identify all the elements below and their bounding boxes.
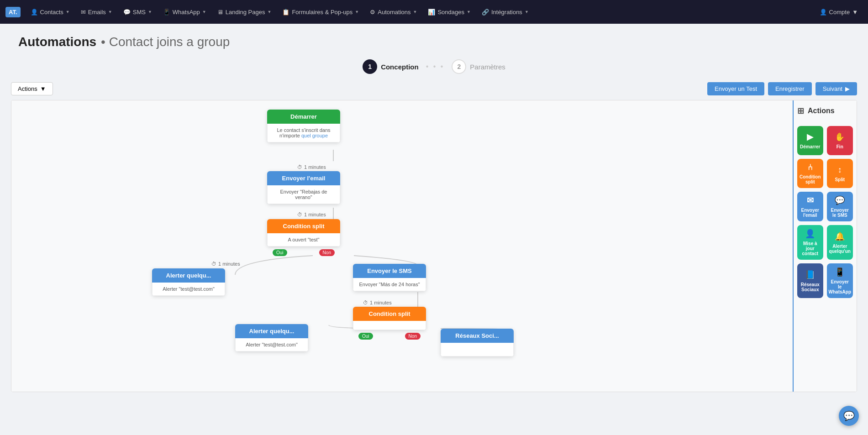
nav-emails[interactable]: ✉ Emails ▼ [76,6,117,18]
whatsapp-icon: 📱 [163,9,170,16]
sms-icon: 💬 [123,9,131,16]
node-condition2[interactable]: Condition split Oui Non [353,307,426,340]
chevron-sms: ▼ [148,10,152,14]
timer-2: ⏱ 1 minutes [297,210,326,219]
action-whatsapp[interactable]: 📱 Envoyer le WhatsApp [827,263,853,298]
node-sms1-header: Envoyer le SMS [353,264,426,278]
nav-forms[interactable]: 📋 Formulaires & Pop-ups ▼ [278,6,363,18]
branch-yes-1: Oui [273,249,287,256]
chevron-whatsapp: ▼ [202,10,206,14]
node-start-body: Le contact s'inscrit dansn'importe quel … [267,124,340,142]
test-button[interactable]: Envoyer un Test [707,82,764,95]
node-condition1-body: A ouvert "test" [267,233,340,246]
canvas-wrapper: Démarrer Le contact s'inscrit dansn'impo… [11,100,857,392]
action-grid: ▶ Démarrer ✋ Fin ⑃ Condition split ↕ Spl… [797,126,853,298]
node-start[interactable]: Démarrer Le contact s'inscrit dansn'impo… [267,110,340,142]
branch-no-1: Non [319,249,335,256]
step-1-circle: 1 [363,59,377,74]
nav-contacts[interactable]: 👤 Contacts ▼ [26,6,74,18]
chevron-contacts: ▼ [66,10,70,14]
step-1-label: Conception [381,63,419,71]
email-action-icon: ✉ [807,195,814,205]
action-fin[interactable]: ✋ Fin [827,126,853,155]
branch-no-2: Non [405,333,421,340]
action-envoyer-sms[interactable]: 💬 Envoyer le SMS [827,192,853,221]
branch-yes-2: Oui [358,333,373,340]
social-action-icon: 📘 [805,270,815,280]
arrow-right-icon: ▶ [845,85,850,92]
automation-canvas[interactable]: Démarrer Le contact s'inscrit dansn'impo… [11,100,793,392]
forms-icon: 📋 [282,9,289,16]
action-envoyer-email[interactable]: ✉ Envoyer l'email [797,192,823,221]
node-alert1[interactable]: Alerter quelqu... Alerter "test@test.com… [152,268,225,296]
toolbar-right: Envoyer un Test Enregistrer Suivant ▶ [707,82,857,95]
surveys-icon: 📊 [428,9,435,16]
node-sms1[interactable]: Envoyer le SMS Envoyer "Más de 24 horas" [353,264,426,291]
node-social1-body [441,343,514,356]
action-alerter[interactable]: 🔔 Alerter quelqu'un [827,225,853,260]
steps-separator: • • • [426,63,445,71]
node-condition2-body [353,321,426,330]
chevron-surveys: ▼ [467,10,471,14]
node-alert2-body: Alerter "test@test.com" [235,338,308,351]
nav-surveys[interactable]: 📊 Sondages ▼ [423,6,475,18]
action-demarrer[interactable]: ▶ Démarrer [797,126,823,155]
chevron-forms: ▼ [355,10,359,14]
node-start-header: Démarrer [267,110,340,124]
whatsapp-action-icon: 📱 [835,267,845,277]
nav-integrations[interactable]: 🔗 Intégrations ▼ [477,6,533,18]
chevron-automations: ▼ [413,10,417,14]
timer-icon: ⏱ [297,164,302,170]
timer-1: ⏱ 1 minutes [297,162,326,172]
node-social1-header: Réseaux Soci... [441,329,514,343]
timer-4-icon: ⏱ [363,300,368,305]
save-button[interactable]: Enregistrer [768,82,812,95]
fin-icon: ✋ [835,132,845,142]
node-social1[interactable]: Réseaux Soci... [441,329,514,356]
step-2-circle: 2 [452,59,466,74]
action-reseaux[interactable]: 📘 Réseaux Sociaux [797,263,823,298]
page-header: Automations • Contact joins a group [0,24,868,54]
node-condition1[interactable]: Condition split A ouvert "test" Oui Non [267,219,340,256]
logo[interactable]: AT. [5,7,21,17]
action-mise-a-jour[interactable]: 👤 Mise à jour contact [797,225,823,260]
actions-panel-header: ⊞ Actions [797,106,853,120]
node-alert2-header: Alerter quelqu... [235,324,308,338]
nav-automations[interactable]: ⚙ Automations ▼ [365,6,421,18]
integrations-icon: 🔗 [482,9,489,16]
automations-icon: ⚙ [370,9,375,16]
step-conception[interactable]: 1 Conception [363,59,419,74]
step-parametres[interactable]: 2 Paramètres [452,59,505,74]
node-alert1-body: Alerter "test@test.com" [152,283,225,296]
node-email-header: Envoyer l'email [267,171,340,185]
next-button[interactable]: Suivant ▶ [815,82,857,95]
timer-4: ⏱ 1 minutes [363,298,392,307]
timer-3: ⏱ 1 minutes [211,259,240,268]
chevron-landing: ▼ [267,10,271,14]
actions-panel: ⊞ Actions ▶ Démarrer ✋ Fin ⑃ Condition s… [793,100,857,392]
nav-whatsapp[interactable]: 📱 WhatsApp ▼ [158,6,211,18]
update-contact-icon: 👤 [805,229,815,239]
node-alert2[interactable]: Alerter quelqu... Alerter "test@test.com… [235,324,308,351]
nav-landing[interactable]: 🖥 Landing Pages ▼ [213,6,276,18]
node-email[interactable]: Envoyer l'email Envoyer "Rebajas de vera… [267,171,340,204]
node-alert1-header: Alerter quelqu... [152,268,225,283]
chevron-integrations: ▼ [525,10,529,14]
emails-icon: ✉ [81,9,86,16]
action-condition-split[interactable]: ⑃ Condition split [797,159,823,188]
alert-action-icon: 🔔 [835,231,845,241]
navbar: AT. 👤 Contacts ▼ ✉ Emails ▼ 💬 SMS ▼ 📱 Wh… [0,0,868,24]
contacts-icon: 👤 [31,9,38,16]
nav-compte[interactable]: 👤 Compte ▼ [815,6,863,18]
steps-bar: 1 Conception • • • 2 Paramètres [0,54,868,82]
timer-2-icon: ⏱ [297,212,302,217]
timer-3-icon: ⏱ [211,261,216,267]
landing-icon: 🖥 [217,9,223,16]
panel-grid-icon: ⊞ [797,106,804,116]
action-split[interactable]: ↕ Split [827,159,853,188]
nav-sms[interactable]: 💬 SMS ▼ [119,6,157,18]
actions-button[interactable]: Actions ▼ [11,82,53,95]
node-condition1-header: Condition split [267,219,340,233]
node-sms1-body: Envoyer "Más de 24 horas" [353,278,426,291]
user-icon: 👤 [820,9,827,16]
